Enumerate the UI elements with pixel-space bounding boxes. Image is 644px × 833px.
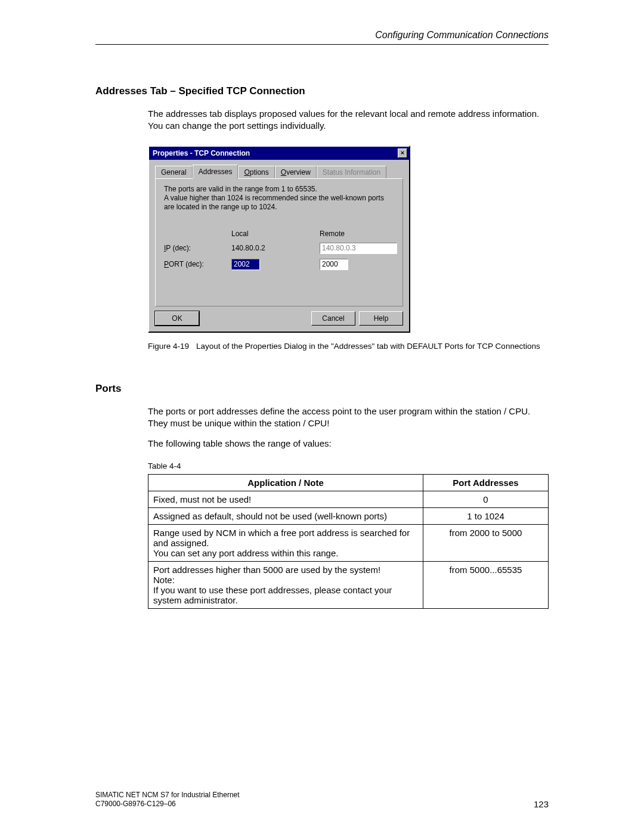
figure-caption-text: Layout of the Properties Dialog in the "… xyxy=(196,341,549,352)
properties-dialog: Properties - TCP Connection × General Ad… xyxy=(148,145,410,333)
footer-line-2: C79000-G8976-C129–06 xyxy=(95,800,240,809)
table-cell-port: 0 xyxy=(423,491,549,508)
table-row: Assigned as default, should not be used … xyxy=(148,508,549,525)
port-range-help-text: The ports are valid in the range from 1 … xyxy=(164,185,394,212)
table-caption: Table 4-4 xyxy=(148,462,549,470)
ports-paragraph-1: The ports or port addresses define the a… xyxy=(148,405,549,430)
table-row: Range used by NCM in which a free port a… xyxy=(148,525,549,562)
label-port: PORT (dec): xyxy=(164,260,221,268)
label-ip: IP (dec): xyxy=(164,244,221,252)
table-row: Fixed, must not be used! 0 xyxy=(148,491,549,508)
dialog-titlebar: Properties - TCP Connection × xyxy=(149,147,409,160)
table-row: Port addresses higher than 5000 are used… xyxy=(148,562,549,609)
tab-addresses[interactable]: Addresses xyxy=(193,165,239,179)
footer-line-1: SIMATIC NET NCM S7 for Industrial Ethern… xyxy=(95,791,240,800)
page-number: 123 xyxy=(534,799,549,809)
tab-panel-addresses: The ports are valid in the range from 1 … xyxy=(155,178,403,306)
dialog-title: Properties - TCP Connection xyxy=(153,149,250,157)
tab-overview[interactable]: Overview xyxy=(275,166,317,178)
ports-paragraph-2: The following table shows the range of v… xyxy=(148,438,549,450)
tab-options[interactable]: Options xyxy=(238,166,274,178)
table-cell-port: from 5000...65535 xyxy=(423,562,549,609)
port-local-input[interactable] xyxy=(231,259,260,270)
table-cell-app: Assigned as default, should not be used … xyxy=(148,508,423,525)
table-cell-app: Range used by NCM in which a free port a… xyxy=(148,525,423,562)
table-cell-app: Port addresses higher than 5000 are used… xyxy=(148,562,423,609)
cancel-button[interactable]: Cancel xyxy=(311,311,355,326)
column-header-remote: Remote xyxy=(320,230,397,238)
tab-status-information: Status Information xyxy=(317,166,386,178)
page-footer: SIMATIC NET NCM S7 for Industrial Ethern… xyxy=(95,791,549,809)
section-heading-ports: Ports xyxy=(95,383,549,395)
help-button[interactable]: Help xyxy=(359,311,403,326)
table-cell-port: 1 to 1024 xyxy=(423,508,549,525)
ip-local-value: 140.80.0.2 xyxy=(231,244,309,252)
column-header-local: Local xyxy=(231,230,309,238)
table-cell-app: Fixed, must not be used! xyxy=(148,491,423,508)
close-icon[interactable]: × xyxy=(398,148,407,158)
ip-remote-input xyxy=(320,243,397,254)
tab-strip: General Addresses Options Overview Statu… xyxy=(155,165,403,178)
running-header: Configuring Communication Connections xyxy=(95,30,549,45)
ok-button[interactable]: OK xyxy=(155,311,199,326)
section-heading-addresses: Addresses Tab – Specified TCP Connection xyxy=(95,85,549,97)
figure-dialog: Properties - TCP Connection × General Ad… xyxy=(148,145,549,352)
table-cell-port: from 2000 to 5000 xyxy=(423,525,549,562)
table-header-port: Port Addresses xyxy=(423,475,549,491)
figure-caption: Figure 4-19 Layout of the Properties Dia… xyxy=(148,341,549,352)
port-remote-input[interactable] xyxy=(320,259,348,270)
figure-label: Figure 4-19 xyxy=(148,341,189,352)
tab-general[interactable]: General xyxy=(155,166,193,178)
table-header-application: Application / Note xyxy=(148,475,423,491)
port-addresses-table: Application / Note Port Addresses Fixed,… xyxy=(148,474,549,609)
intro-paragraph: The addresses tab displays proposed valu… xyxy=(148,108,549,132)
